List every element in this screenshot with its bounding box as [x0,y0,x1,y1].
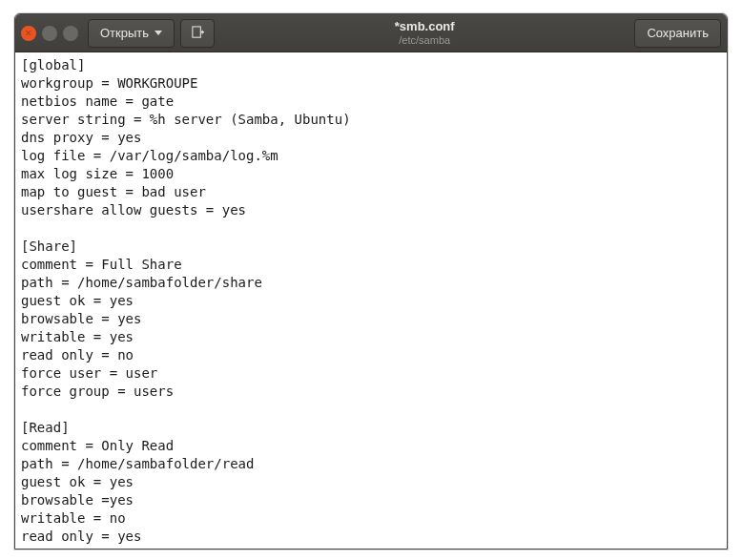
maximize-button[interactable] [63,26,78,41]
chevron-down-icon [155,31,162,35]
editor-area[interactable]: [global] workgroup = WORKGROUPE netbios … [15,52,727,549]
save-button-label: Сохранить [647,26,709,40]
save-button[interactable]: Сохранить [634,19,721,48]
open-button[interactable]: Открыть [88,19,175,48]
window-controls: ✕ [21,26,78,41]
titlebar: ✕ Открыть *smb.conf /etc/samba Сохранить [15,14,727,52]
title-center: *smb.conf /etc/samba [220,20,629,45]
minimize-button[interactable] [42,26,57,41]
editor-content: [global] workgroup = WORKGROUPE netbios … [21,56,721,549]
new-tab-button[interactable] [180,19,215,48]
filepath-label: /etc/samba [220,34,629,46]
editor-window: ✕ Открыть *smb.conf /etc/samba Сохранить… [14,13,728,550]
new-document-icon [191,26,205,40]
svg-rect-0 [192,27,199,37]
close-button[interactable]: ✕ [21,26,36,41]
filename-label: *smb.conf [220,20,629,33]
open-button-label: Открыть [100,26,149,40]
